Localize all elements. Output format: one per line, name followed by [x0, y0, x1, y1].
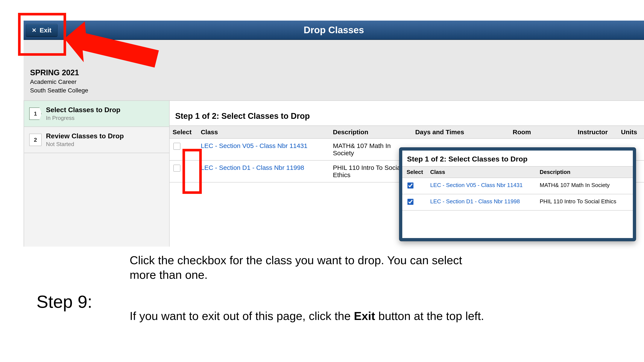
instruction-p2-bold: Exit	[354, 310, 375, 322]
exit-button-label: Exit	[40, 26, 51, 34]
step-label: Step 9:	[36, 292, 92, 312]
wizard-sidebar: 1 Select Classes to Drop In Progress 2 R…	[24, 101, 170, 247]
class-link[interactable]: LEC - Section D1 - Class Nbr 11998	[201, 164, 304, 171]
col-units: Units	[618, 126, 644, 139]
wizard-step-status: Not Started	[46, 141, 124, 148]
col-select: Select	[170, 126, 198, 139]
class-link[interactable]: LEC - Section V05 - Class Nbr 11431	[430, 182, 523, 188]
annotation-checkbox-highlight	[182, 149, 202, 194]
class-description: PHIL 110 Intro To Social Ethics	[536, 194, 633, 210]
col-days: Days and Times	[412, 126, 510, 139]
table-row: LEC - Section V05 - Class Nbr 11431 MATH…	[402, 178, 633, 194]
table-header-row: Select Class Description Days and Times …	[170, 126, 644, 139]
class-description: MATH& 107 Math In Society	[536, 178, 633, 194]
exit-button[interactable]: ✕ Exit	[26, 24, 58, 36]
table-header-row: Select Class Description	[402, 166, 633, 178]
instruction-paragraph-2: If you want to exit out of this page, cl…	[130, 309, 490, 323]
class-link[interactable]: LEC - Section D1 - Class Nbr 11998	[430, 198, 520, 205]
table-row: LEC - Section D1 - Class Nbr 11998 PHIL …	[402, 194, 633, 210]
popup-heading: Step 1 of 2: Select Classes to Drop	[402, 151, 633, 166]
col-instructor: Instructor	[575, 126, 618, 139]
col-room: Room	[510, 126, 575, 139]
instruction-p2-b: button at the top left.	[375, 310, 484, 322]
wizard-step-number: 1	[29, 107, 42, 120]
col-class: Class	[426, 166, 536, 178]
class-link[interactable]: LEC - Section V05 - Class Nbr 11431	[201, 142, 308, 149]
term-career: Academic Career	[30, 78, 76, 85]
wizard-step-status: In Progress	[46, 115, 120, 121]
term-name: SPRING 2021	[30, 68, 79, 77]
popup-inset: Step 1 of 2: Select Classes to Drop Sele…	[399, 148, 636, 241]
select-checkbox[interactable]	[174, 165, 180, 172]
wizard-step-1[interactable]: 1 Select Classes to Drop In Progress	[24, 101, 169, 127]
popup-class-table: Select Class Description LEC - Section V…	[402, 166, 633, 211]
col-class: Class	[198, 126, 330, 139]
select-checkbox[interactable]	[408, 183, 414, 189]
wizard-step-number: 2	[29, 134, 42, 146]
col-description: Description	[330, 126, 412, 139]
wizard-step-title: Review Classes to Drop	[46, 132, 124, 140]
close-icon: ✕	[32, 27, 36, 33]
col-select: Select	[402, 166, 426, 178]
select-checkbox[interactable]	[174, 143, 180, 150]
instruction-p2-a: If you want to exit out of this page, cl…	[130, 310, 354, 322]
annotation-arrow	[64, 21, 159, 69]
select-checkbox[interactable]	[408, 199, 414, 205]
svg-marker-0	[64, 21, 159, 67]
main-heading: Step 1 of 2: Select Classes to Drop	[170, 104, 644, 125]
wizard-step-2[interactable]: 2 Review Classes to Drop Not Started	[24, 127, 169, 153]
col-description: Description	[536, 166, 633, 178]
term-college: South Seattle College	[30, 87, 88, 94]
wizard-step-title: Select Classes to Drop	[46, 106, 120, 114]
instruction-paragraph-1: Click the checkbox for the class you wan…	[130, 253, 490, 282]
